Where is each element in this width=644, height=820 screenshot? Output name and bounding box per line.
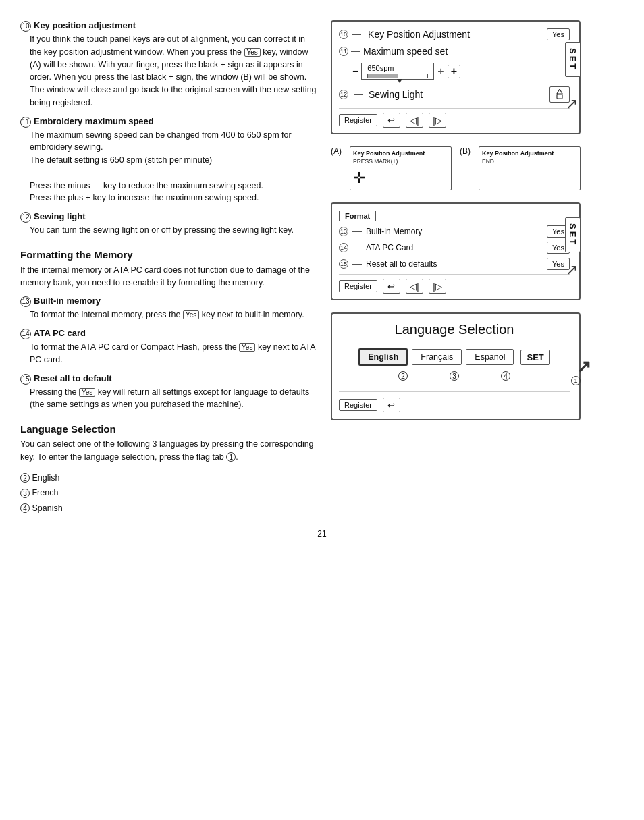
format-panel: Format 13 Built-in Memory Yes 14 ATA PC … bbox=[331, 202, 581, 300]
lang-french-btn[interactable]: Français bbox=[412, 349, 462, 365]
arrow-icon-format: ↗ bbox=[566, 261, 578, 279]
tab-arrow-icon: ↗ bbox=[576, 356, 591, 377]
speed-value: 650spm bbox=[367, 64, 394, 72]
speed-display: 650spm bbox=[361, 63, 434, 80]
top-ui-panel: 10 Key Position Adjustment Yes 11 Maximu… bbox=[331, 20, 581, 134]
format-row-14: 14 ATA PC Card Yes bbox=[339, 242, 570, 254]
register-btn-top[interactable]: Register bbox=[339, 114, 377, 126]
row10-num: 10 bbox=[339, 30, 363, 39]
section-number-14: 14 bbox=[20, 329, 31, 339]
lang-register-row: Register ↩ bbox=[339, 398, 570, 412]
section-number-15: 15 bbox=[20, 374, 31, 385]
format-reset-label: Reset all to defaults bbox=[366, 259, 543, 269]
sewing-light-row: 12 Sewing Light bbox=[339, 86, 570, 103]
section-number-11: 11 bbox=[20, 117, 31, 128]
set-label-format: SET bbox=[565, 217, 581, 252]
row15-num: 15 bbox=[339, 259, 348, 269]
format-row-15: 15 Reset all to defaults Yes bbox=[339, 258, 570, 270]
speed-plus-btn[interactable]: + bbox=[448, 65, 460, 78]
speed-control-row: − 650spm + + bbox=[352, 63, 460, 80]
section-number-13: 13 bbox=[20, 296, 31, 307]
format-register-row: Register ↩ ◁| |▷ bbox=[339, 274, 570, 294]
key-position-label: Key Position Adjustment bbox=[368, 29, 543, 40]
panel-b-title: Key Position Adjustment bbox=[482, 150, 577, 157]
section-body-12: You can turn the sewing light on or off … bbox=[30, 224, 317, 237]
section-body-15: Pressing the Yes key will return all set… bbox=[30, 386, 317, 412]
page-number: 21 bbox=[20, 529, 624, 539]
lang-num-2: 2 bbox=[398, 371, 408, 381]
lang-tab-num: 1 bbox=[571, 376, 581, 385]
nav-left-icon-top[interactable]: ◁| bbox=[406, 113, 423, 128]
key-position-row: 10 Key Position Adjustment Yes bbox=[339, 28, 570, 40]
section-body-14: To format the ATA PC card or Compact Fla… bbox=[30, 341, 317, 366]
max-speed-label: Maximum speed set bbox=[363, 46, 448, 57]
row13-num: 13 bbox=[339, 227, 348, 236]
sewing-light-label: Sewing Light bbox=[369, 89, 545, 100]
b-label: (B) bbox=[460, 146, 471, 190]
section-body-10: If you think the touch panel keys are ou… bbox=[30, 33, 317, 109]
format-row-13: 13 Built-in Memory Yes bbox=[339, 225, 570, 238]
speed-minus-btn[interactable]: − bbox=[352, 65, 358, 78]
formatting-heading: Formatting the Memory bbox=[20, 249, 317, 261]
section-title-10: Key position adjustment bbox=[34, 20, 136, 30]
section-body-11: The maximum sewing speed can be changed … bbox=[30, 129, 317, 205]
lang-divider bbox=[339, 391, 570, 392]
lang-numbers-row: 2 3 4 bbox=[339, 371, 570, 381]
lang-btn-row: English Français Español SET bbox=[339, 348, 570, 366]
section-title-11: Embroidery maximum speed bbox=[34, 116, 154, 126]
nav-left-icon-format[interactable]: ◁| bbox=[406, 279, 423, 294]
svg-marker-1 bbox=[557, 89, 562, 94]
row12-num: 12 bbox=[339, 90, 348, 99]
section-title-12: Sewing light bbox=[34, 211, 86, 221]
format-builtin-label: Built-in Memory bbox=[366, 227, 543, 236]
set-label-lang: SET bbox=[520, 350, 549, 365]
section-title-13: Built-in memory bbox=[34, 296, 101, 306]
panel-a-title: Key Position Adjustment bbox=[353, 150, 448, 157]
row14-num: 14 bbox=[339, 243, 348, 252]
arrow-icon-top: ↗ bbox=[566, 95, 578, 113]
format-title: Format bbox=[339, 211, 376, 221]
nav-right-icon-format[interactable]: |▷ bbox=[429, 279, 446, 294]
section-title-15: Reset all to default bbox=[34, 373, 112, 383]
formatting-intro: If the internal memory or ATA PC card do… bbox=[20, 264, 317, 290]
format-ata-label: ATA PC Card bbox=[366, 243, 543, 252]
panel-a-subtitle: PRESS MARK(+) bbox=[353, 158, 448, 165]
undo-icon-format[interactable]: ↩ bbox=[383, 279, 400, 294]
panel-b: Key Position Adjustment END bbox=[479, 146, 581, 190]
svg-rect-0 bbox=[557, 94, 562, 99]
language-selection-intro: You can select one of the following 3 la… bbox=[20, 438, 317, 464]
speed-plus-label: + bbox=[437, 65, 444, 78]
language-list: 2 English 3 French 4 Spanish bbox=[20, 470, 317, 516]
section-number-12: 12 bbox=[20, 212, 31, 223]
a-label: (A) bbox=[331, 146, 342, 190]
language-panel: Language Selection English Français Espa… bbox=[331, 312, 581, 420]
cross-icon: ✛ bbox=[353, 169, 448, 187]
section-title-14: ATA PC card bbox=[34, 328, 86, 338]
key-position-yes-btn[interactable]: Yes bbox=[547, 28, 570, 40]
panel-a: Key Position Adjustment PRESS MARK(+) ✛ bbox=[350, 146, 452, 190]
language-selection-heading: Language Selection bbox=[20, 423, 317, 435]
lang-english-btn[interactable]: English bbox=[358, 348, 408, 366]
register-btn-format[interactable]: Register bbox=[339, 280, 377, 292]
panel-b-subtitle: END bbox=[482, 158, 577, 165]
max-speed-row: 11 Maximum speed set − 650spm + + bbox=[339, 46, 570, 80]
lang-num-4: 4 bbox=[501, 371, 510, 381]
undo-icon-top[interactable]: ↩ bbox=[383, 113, 400, 128]
set-label-top: SET bbox=[565, 42, 581, 77]
register-btn-lang[interactable]: Register bbox=[339, 399, 377, 411]
row11-num: 11 bbox=[339, 47, 348, 56]
top-panel-register-row: Register ↩ ◁| |▷ bbox=[339, 108, 570, 128]
lang-panel-title: Language Selection bbox=[339, 322, 570, 337]
section-body-13: To format the internal memory, press the… bbox=[30, 308, 317, 321]
undo-icon-lang[interactable]: ↩ bbox=[383, 398, 400, 412]
ab-panels: (A) Key Position Adjustment PRESS MARK(+… bbox=[331, 146, 581, 190]
nav-right-icon-top[interactable]: |▷ bbox=[429, 113, 446, 128]
lang-spanish-btn[interactable]: Español bbox=[466, 349, 514, 365]
section-number-10: 10 bbox=[20, 21, 31, 32]
lang-num-3: 3 bbox=[450, 371, 459, 381]
